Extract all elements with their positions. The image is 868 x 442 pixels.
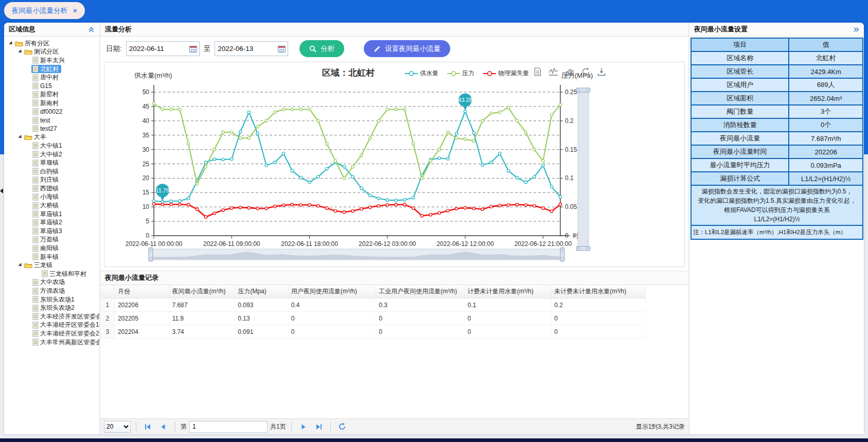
expand-arrow-icon[interactable] (17, 50, 23, 53)
svg-text:20: 20 (143, 174, 150, 182)
last-page-icon[interactable] (312, 421, 325, 433)
bar-chart-icon[interactable] (565, 67, 574, 76)
tree-node-新丰镇[interactable]: 新丰镇 (4, 253, 99, 261)
tree-node-test[interactable]: test (4, 116, 99, 125)
tree-node-新窑村[interactable]: 新窑村 (4, 91, 99, 99)
tree-node-label: 大桥镇 (40, 201, 59, 210)
sidebar-collapse-arrow-icon[interactable] (0, 188, 3, 193)
chevron-double-up-icon[interactable] (88, 26, 95, 33)
table-row[interactable]: 32022043.740.0910000 (100, 325, 646, 339)
tree-node-测试分区[interactable]: 测试分区 (4, 48, 99, 57)
svg-text:43.28: 43.28 (458, 97, 472, 103)
tree-node-大中农场[interactable]: 大中农场 (4, 278, 99, 287)
tree-node-大丰常州高新区管委会[interactable]: 大丰常州高新区管委会 (4, 338, 99, 347)
page-number-input[interactable] (189, 421, 268, 433)
records-col-0[interactable]: 月份 (115, 285, 169, 298)
chart-legend: 供水量压力物理漏失量 (405, 69, 529, 78)
tree-node-大中镇2[interactable]: 大中镇2 (4, 150, 99, 159)
tree-node-方强农场[interactable]: 方强农场 (4, 287, 99, 295)
records-col-6[interactable]: 未计费未计量用水量(m³/h) (552, 285, 646, 298)
analyze-button[interactable]: 分析 (299, 40, 344, 57)
tree-node-万盈镇[interactable]: 万盈镇 (4, 236, 99, 244)
datazoom-left-handle[interactable] (149, 247, 153, 261)
tree-node-小海镇[interactable]: 小海镇 (4, 193, 99, 202)
tree-node-大丰港经开区管委会2[interactable]: 大丰港经开区管委会2 (4, 329, 99, 338)
tree-node-北虹村[interactable]: 北虹村 (4, 65, 99, 74)
set-night-min-flow-button[interactable]: 设置夜间最小流量 (364, 40, 450, 57)
page-size-select[interactable]: 20 (104, 421, 131, 433)
h-datazoom-slider[interactable] (149, 247, 564, 261)
tree-node-df00022[interactable]: df00022 (4, 108, 99, 116)
tree-node-新丰太兴[interactable]: 新丰太兴 (4, 56, 99, 65)
tree-node-大桥镇[interactable]: 大桥镇 (4, 201, 99, 210)
tree-node-草庙镇1[interactable]: 草庙镇1 (4, 210, 99, 219)
svg-text:5: 5 (146, 218, 149, 225)
records-col-5[interactable]: 计费未计量用水量(m³/h) (465, 285, 551, 298)
prev-page-icon[interactable] (157, 421, 170, 433)
tree-node-草庙镇3[interactable]: 草庙镇3 (4, 227, 99, 236)
chevron-double-right-icon[interactable] (853, 26, 859, 33)
first-page-icon[interactable] (141, 421, 154, 433)
settings-row: 区域用户689人 (691, 78, 863, 92)
tree-node-大中镇1[interactable]: 大中镇1 (4, 142, 99, 150)
date-to-field[interactable] (215, 41, 288, 56)
tree-node-草堰镇[interactable]: 草堰镇 (4, 158, 99, 167)
date-from-field[interactable] (126, 41, 200, 56)
tree-node-三龙镇和平村[interactable]: 三龙镇和平村 (4, 270, 99, 278)
main-window: 区域信息 所有分区测试分区新丰太兴北虹村唐中村G15新窑村新南村df00022t… (4, 23, 864, 434)
datazoom-right-handle[interactable] (560, 247, 564, 261)
legend-item-leak[interactable]: 物理漏失量 (483, 69, 529, 78)
tree-node-刘庄镇[interactable]: 刘庄镇 (4, 176, 99, 185)
tree-node-所有分区[interactable]: 所有分区 (4, 39, 99, 48)
document-icon (42, 270, 48, 277)
table-row[interactable]: 220220511.90.130000 (100, 312, 646, 325)
legend-item-supply[interactable]: 供水量 (405, 69, 438, 78)
expand-arrow-icon[interactable] (17, 136, 23, 138)
tree-node-大丰港经开区管委会1[interactable]: 大丰港经开区管委会1 (4, 321, 99, 330)
tree-node-大丰[interactable]: 大丰 (4, 133, 99, 142)
refresh-icon[interactable] (336, 421, 349, 433)
table-row[interactable]: 12022067.6870.0930.40.30.10.2 (100, 298, 646, 312)
calendar-icon[interactable] (187, 42, 199, 56)
settings-header-row: 项目值 (691, 38, 863, 51)
records-col-3[interactable]: 用户夜间使用流量(m³/h) (288, 285, 376, 298)
next-page-icon[interactable] (297, 421, 310, 433)
sidebar-header: 区域信息 (4, 23, 99, 37)
expand-arrow-icon[interactable] (8, 42, 14, 45)
tree-node-G15[interactable]: G15 (4, 82, 99, 91)
line-chart-icon[interactable] (548, 67, 558, 76)
tree-node-西团镇[interactable]: 西团镇 (4, 184, 99, 193)
tree-node-三龙镇[interactable]: 三龙镇 (4, 261, 99, 270)
tree-node-test27[interactable]: test27 (4, 125, 99, 133)
v-datazoom-slider[interactable] (576, 88, 590, 251)
restore-icon[interactable] (581, 67, 590, 76)
tree-node-草庙镇2[interactable]: 草庙镇2 (4, 218, 99, 227)
tree-node-label: 东坝头农场2 (40, 304, 75, 312)
tab-night-min-flow[interactable]: 夜间最小流量分析 × (4, 2, 85, 19)
tree-node-南阳镇[interactable]: 南阳镇 (4, 244, 99, 253)
folder-icon (24, 262, 32, 269)
records-col-4[interactable]: 工业用户夜间使用流量(m³/h) (376, 285, 465, 298)
calendar-icon[interactable] (276, 42, 288, 56)
tree-node-唐中村[interactable]: 唐中村 (4, 73, 99, 82)
data-view-icon[interactable] (534, 67, 541, 76)
tree-node-东坝头农场2[interactable]: 东坝头农场2 (4, 304, 99, 312)
svg-text:11.79: 11.79 (155, 187, 169, 193)
tree-node-大丰经济开发区管委会[interactable]: 大丰经济开发区管委会 (4, 312, 99, 321)
date-to-input[interactable] (215, 45, 276, 52)
date-from-input[interactable] (127, 45, 187, 52)
datazoom-bottom-handle[interactable] (576, 246, 590, 251)
tree-node-新南村[interactable]: 新南村 (4, 99, 99, 108)
legend-item-pressure[interactable]: 压力 (447, 69, 474, 78)
flow-analysis-header: 流量分析 (100, 23, 688, 37)
expand-arrow-icon[interactable] (17, 264, 23, 267)
tree-node-东坝头农场1[interactable]: 东坝头农场1 (4, 295, 99, 304)
datazoom-top-handle[interactable] (576, 88, 590, 92)
tab-close-icon[interactable]: × (73, 7, 77, 14)
save-image-icon[interactable] (597, 67, 606, 76)
svg-text:25: 25 (143, 161, 150, 168)
tree-node-白驹镇[interactable]: 白驹镇 (4, 167, 99, 176)
records-col-1[interactable]: 夜间最小流量(m³/h) (169, 285, 235, 298)
svg-text:0.15: 0.15 (565, 146, 577, 153)
records-col-2[interactable]: 压力(Mpa) (235, 285, 289, 298)
